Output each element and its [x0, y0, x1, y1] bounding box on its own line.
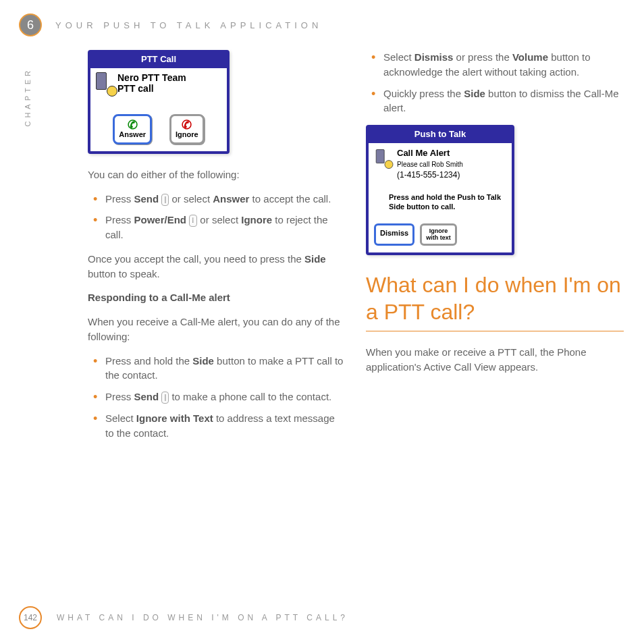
bold: Volume	[512, 51, 548, 63]
list-item: Press and hold the Side button to make a…	[105, 354, 346, 383]
text: Select	[105, 412, 136, 424]
option-list-1: Press Send | or select Answer to accept …	[88, 192, 346, 242]
bold: Ignore with Text	[136, 412, 213, 424]
dismiss-button[interactable]: Dismiss	[374, 223, 414, 246]
bold: Dismiss	[414, 51, 454, 63]
text: button to speak.	[88, 268, 160, 279]
text: Press and hold the	[105, 355, 192, 367]
answer-button[interactable]: ✆ Answer	[113, 114, 152, 144]
content-area: PTT Call Nero PTT Team PTT call ✆ Answer	[0, 36, 644, 450]
text: to accept the call.	[249, 193, 331, 205]
text: Press	[105, 193, 134, 205]
ignore-button[interactable]: ✆ Ignore	[169, 114, 205, 144]
footer-title: WHAT CAN I DO WHEN I'M ON A PTT CALL?	[57, 613, 348, 622]
section-body: When you make or receive a PTT call, the…	[366, 345, 624, 375]
list-item: Select Ignore with Text to address a tex…	[105, 411, 346, 441]
chapter-side-label: CHAPTER	[24, 68, 32, 127]
list-item: Press Send | to make a phone call to the…	[105, 390, 346, 404]
paragraph: Once you accept the call, you need to pr…	[88, 252, 346, 281]
mockup-body: Call Me Alert Please call Rob Smith (1-4…	[369, 143, 512, 252]
callme-subtitle: Please call Rob Smith	[397, 160, 463, 170]
mockup-line2: PTT call	[117, 83, 186, 94]
text: Once you accept the call, you need to pr…	[88, 253, 304, 265]
ptt-call-mockup: PTT Call Nero PTT Team PTT call ✆ Answer	[88, 50, 230, 154]
send-key-icon: |	[161, 392, 169, 404]
phone-avatar-icon	[376, 149, 391, 167]
callme-phone: (1-415-555-1234)	[397, 169, 463, 181]
callme-header: Call Me Alert Please call Rob Smith (1-4…	[374, 147, 506, 182]
ignore-label: Ignore	[176, 130, 198, 140]
list-item: Select Dismiss or press the Volume butto…	[383, 50, 624, 80]
option-list-2: Press and hold the Side button to make a…	[88, 354, 346, 441]
ignore-with-text-button[interactable]: Ignore with text	[420, 223, 457, 246]
push-to-talk-mockup: Push to Talk Call Me Alert Please call R…	[366, 125, 514, 255]
phone-green-icon: ✆	[119, 120, 146, 130]
mockup-title-bar: PTT Call	[90, 53, 227, 68]
text: to make a phone call to the contact.	[169, 391, 331, 402]
bold: Send	[134, 391, 159, 402]
text: Press	[105, 391, 134, 402]
mockup-body: Nero PTT Team PTT call ✆ Answer ✆ Ignore	[90, 68, 227, 151]
page-header: 6 YOUR PUSH TO TALK APPLICATION	[0, 0, 644, 36]
send-key-icon: |	[161, 194, 169, 206]
bold: Side	[304, 253, 326, 265]
left-column: PTT Call Nero PTT Team PTT call ✆ Answer	[88, 50, 346, 450]
section-rule	[366, 331, 624, 331]
page-number-badge: 142	[19, 606, 42, 629]
list-item: Press Send | or select Answer to accept …	[105, 192, 346, 207]
answer-label: Answer	[119, 130, 146, 140]
end-key-icon: ⁞	[189, 215, 197, 227]
bold: Send	[134, 193, 159, 205]
bold: Side	[192, 355, 214, 367]
text: or press the	[453, 51, 512, 63]
bold: Ignore	[241, 214, 272, 225]
page-footer: 142 WHAT CAN I DO WHEN I'M ON A PTT CALL…	[19, 606, 348, 629]
intro-text: You can do either of the following:	[88, 167, 346, 182]
subheading: Responding to a Call-Me alert	[88, 290, 346, 305]
text: Press	[105, 214, 134, 225]
bold: Side	[464, 88, 485, 99]
list-item: Quickly press the Side button to dismiss…	[383, 86, 624, 116]
mockup-button-row: Dismiss Ignore with text	[374, 223, 506, 246]
section-heading: What can I do when I'm on a PTT call?	[366, 271, 624, 325]
chapter-number-badge: 6	[19, 14, 42, 36]
mockup-button-row: ✆ Answer ✆ Ignore	[96, 114, 221, 144]
text: or select	[169, 193, 213, 205]
header-title: YOUR PUSH TO TALK APPLICATION	[55, 20, 322, 30]
mockup-title-bar: Push to Talk	[369, 128, 512, 143]
push-instruction: Press and hold the Push to Talk Side but…	[389, 192, 506, 212]
paragraph: When you receive a Call-Me alert, you ca…	[88, 315, 346, 344]
mockup-caller-info: Nero PTT Team PTT call	[96, 72, 221, 94]
right-column: Select Dismiss or press the Volume butto…	[366, 50, 624, 450]
ignore-label-2: with text	[426, 235, 451, 241]
phone-avatar-icon	[96, 72, 115, 94]
mockup-line1: Nero PTT Team	[117, 72, 186, 83]
bold: Power/End	[134, 214, 187, 225]
option-list-3: Select Dismiss or press the Volume butto…	[366, 50, 624, 115]
callme-title: Call Me Alert	[397, 147, 463, 160]
text: Select	[383, 51, 414, 63]
bold: Answer	[213, 193, 249, 205]
phone-red-icon: ✆	[176, 120, 198, 130]
text: or select	[197, 214, 241, 225]
list-item: Press Power/End ⁞ or select Ignore to re…	[105, 213, 346, 242]
text: Quickly press the	[383, 88, 464, 99]
